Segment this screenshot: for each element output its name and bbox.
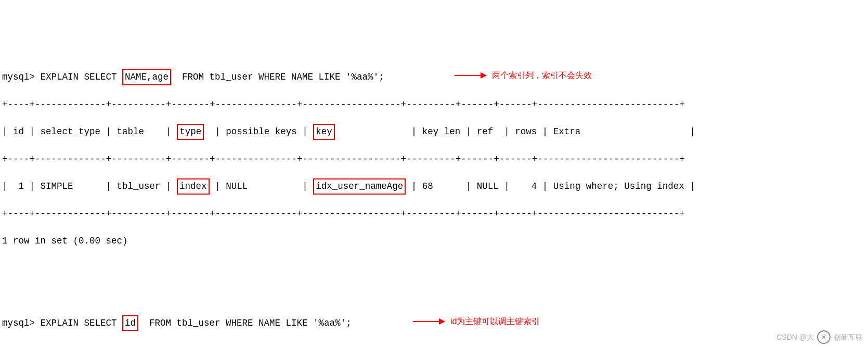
blank xyxy=(2,262,866,275)
query2-line: mysql> EXPLAIN SELECT id FROM tbl_user W… xyxy=(2,316,866,330)
col-extra: Extra xyxy=(553,126,581,137)
query-rest: FROM tbl_user WHERE NAME LIKE '%aa%'; xyxy=(138,318,352,328)
val-table: tbl_user xyxy=(117,181,161,191)
watermark-text2: 创新互联 xyxy=(834,332,863,343)
table-header-row: | id | select_type | table | type | poss… xyxy=(2,125,866,138)
val-keylen: 68 xyxy=(422,181,433,191)
border: +----+-------------+----------+-------+-… xyxy=(2,152,866,166)
col-type: type xyxy=(177,124,204,139)
annotation2: id为主键可以调主键索引 xyxy=(413,315,540,328)
prompt: mysql> EXPLAIN SELECT xyxy=(2,72,122,82)
col-rows: rows xyxy=(515,126,537,137)
highlight-columns: id xyxy=(122,315,138,331)
col-select-type: select_type xyxy=(41,126,101,137)
val-id: 1 xyxy=(19,181,24,191)
annotation-text: 两个索引列，索引不会失效 xyxy=(492,69,592,82)
val-key: idx_user_nameAge xyxy=(313,178,406,194)
arrow-icon xyxy=(413,321,444,322)
col-poss-keys: possible_keys xyxy=(226,126,297,137)
border: +----+-------------+----------+-------+-… xyxy=(2,207,866,221)
val-extra: Using where; Using index xyxy=(553,181,684,191)
border: +----+-------------+----------+-------+-… xyxy=(2,343,866,347)
watermark-text: CSDN @大 xyxy=(776,332,814,343)
col-id: id xyxy=(13,126,24,137)
prompt: mysql> EXPLAIN SELECT xyxy=(2,318,122,328)
table-row: | 1 | SIMPLE | tbl_user | index | NULL |… xyxy=(2,179,866,193)
val-poss-keys: NULL xyxy=(226,181,248,191)
val-select-type: SIMPLE xyxy=(41,181,73,191)
val-ref: NULL xyxy=(477,181,499,191)
footer: 1 row in set (0.00 sec) xyxy=(2,234,866,248)
query1-line: mysql> EXPLAIN SELECT NAME,age FROM tbl_… xyxy=(2,70,866,84)
col-keylen: key_len xyxy=(422,126,461,137)
query-rest: FROM tbl_user WHERE NAME LIKE '%aa%'; xyxy=(171,72,384,82)
val-rows: 4 xyxy=(532,181,537,191)
val-type: index xyxy=(177,178,210,194)
watermark: CSDN @大 ✕ 创新互联 xyxy=(776,330,863,344)
col-key: key xyxy=(313,124,335,139)
highlight-columns: NAME,age xyxy=(122,69,171,85)
arrow-icon xyxy=(455,75,486,76)
col-ref: ref xyxy=(477,126,494,137)
annotation-text: id为主键可以调主键索引 xyxy=(450,315,540,328)
col-table: table xyxy=(117,126,145,137)
annotation1: 两个索引列，索引不会失效 xyxy=(455,69,592,82)
border: +----+-------------+----------+-------+-… xyxy=(2,98,866,111)
logo-icon: ✕ xyxy=(817,330,831,344)
